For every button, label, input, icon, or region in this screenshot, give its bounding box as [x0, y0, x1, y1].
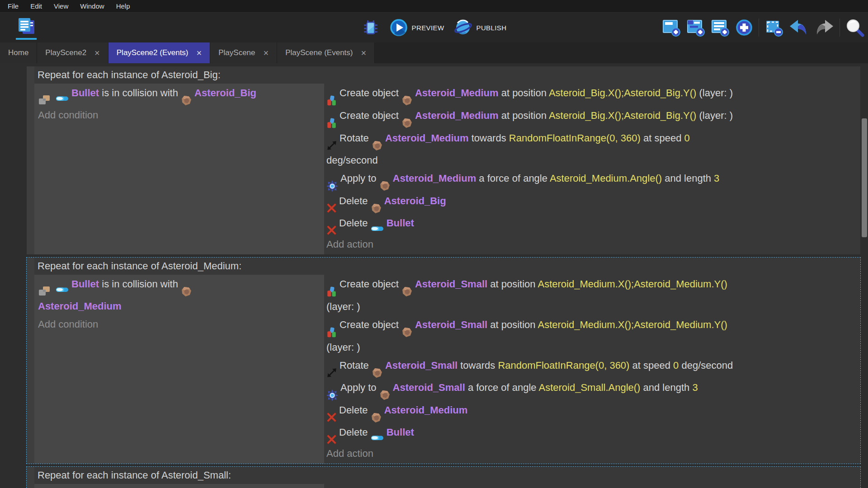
action-row[interactable]: Create object Asteroid_Medium at positio… — [326, 84, 859, 107]
menu-bar: FileEditViewWindowHelp — [0, 0, 868, 12]
event-drag-handle[interactable] — [27, 258, 34, 464]
publish-icon — [454, 19, 472, 37]
add-subevent-icon[interactable] — [686, 19, 705, 37]
expression-text: 3 — [692, 382, 698, 393]
actions-column: Create object Asteroid_Medium at positio… — [324, 84, 860, 254]
action-row[interactable]: Apply to Asteroid_Small a force of angle… — [326, 379, 859, 401]
redo-icon[interactable] — [814, 19, 834, 36]
scrollbar-thumb[interactable] — [862, 118, 867, 237]
action-row[interactable]: Delete Bullet — [326, 423, 859, 445]
event-drag-handle[interactable] — [27, 66, 34, 254]
action-row[interactable]: Create object Asteroid_Medium at positio… — [326, 107, 859, 129]
event-block-1[interactable]: Repeat for each instance of Asteroid_Med… — [26, 257, 861, 464]
action-row[interactable]: Create object Asteroid_Small at position… — [326, 316, 859, 357]
menu-item-file[interactable]: File — [2, 0, 24, 12]
conditions-column: Bullet is in collision with Asteroid_Med… — [34, 275, 324, 464]
remove-selection-icon[interactable] — [764, 19, 783, 37]
conditions-column: Bullet is in collision with Asteroid_Sma… — [34, 484, 324, 488]
search-icon[interactable] — [845, 18, 864, 37]
tab-playscene2[interactable]: PlayScene2× — [37, 42, 108, 63]
rotate-icon — [326, 140, 337, 151]
sentence-text: Create object — [340, 87, 401, 99]
action-row[interactable]: Apply to Asteroid_Medium a force of angl… — [326, 169, 859, 192]
add-action-button[interactable]: Add action — [326, 445, 859, 463]
toolbar-right — [662, 13, 864, 42]
add-condition-button[interactable]: Add condition — [38, 315, 321, 333]
force-icon — [326, 389, 338, 401]
tab-close-icon[interactable]: × — [94, 48, 100, 57]
publish-button[interactable]: PUBLISH — [454, 19, 506, 37]
tab-playscene[interactable]: PlayScene× — [210, 42, 277, 63]
undo-icon[interactable] — [789, 19, 809, 36]
sentence-text: Delete — [339, 404, 371, 416]
tab-home[interactable]: Home — [0, 42, 37, 63]
create-icon — [326, 327, 337, 338]
menu-item-help[interactable]: Help — [110, 0, 136, 12]
delete-icon — [326, 434, 337, 445]
tab-playscene2-events[interactable]: PlayScene2 (Events)× — [108, 42, 210, 63]
object-name: Asteroid_Big — [194, 87, 256, 99]
event-content: Repeat for each instance of Asteroid_Med… — [34, 258, 860, 464]
tab-label: PlayScene2 — [45, 48, 86, 57]
menu-item-edit[interactable]: Edit — [24, 0, 48, 12]
event-header[interactable]: Repeat for each instance of Asteroid_Med… — [34, 258, 860, 275]
preview-button[interactable]: PREVIEW — [390, 19, 444, 37]
delete-icon — [326, 412, 337, 422]
object-name: Asteroid_Small — [415, 278, 487, 290]
sentence-text: Rotate — [340, 360, 372, 371]
object-name: Bullet — [387, 217, 414, 229]
event-block-2[interactable]: Repeat for each instance of Asteroid_Sma… — [26, 466, 861, 488]
event-header[interactable]: Repeat for each instance of Asteroid_Big… — [34, 66, 860, 84]
sentence-text: is in collision with — [99, 278, 181, 290]
action-row[interactable]: Delete Asteroid_Medium — [326, 401, 859, 423]
action-row[interactable]: Delete Bullet — [326, 214, 859, 235]
sentence-text: at position — [499, 110, 549, 121]
create-icon — [326, 95, 337, 107]
tab-close-icon[interactable]: × — [197, 48, 202, 57]
event-body: Bullet is in collision with Asteroid_Big… — [34, 84, 860, 254]
menu-item-window[interactable]: Window — [74, 0, 110, 12]
asteroid-icon — [401, 117, 413, 129]
tab-close-icon[interactable]: × — [361, 48, 366, 57]
tab-label: PlayScene2 (Events) — [117, 48, 189, 57]
add-action-button[interactable]: Add action — [326, 235, 859, 253]
action-row[interactable]: Create object Asteroid_Small at position… — [326, 275, 859, 316]
expression-text: 0 — [673, 360, 679, 371]
action-row[interactable]: Rotate Asteroid_Medium towards RandomFlo… — [326, 129, 859, 169]
asteroid-icon — [379, 389, 391, 401]
conditions-column: Bullet is in collision with Asteroid_Big… — [34, 84, 324, 254]
add-event-choose-icon[interactable] — [735, 19, 753, 37]
tab-playscene-events[interactable]: PlayScene (Events)× — [277, 42, 375, 63]
condition-row[interactable]: Bullet is in collision with Asteroid_Med… — [38, 275, 321, 315]
action-row[interactable]: Rotate Asteroid_Small towards RandomFloa… — [326, 357, 859, 379]
toolbar-separator — [840, 19, 840, 37]
asteroid-icon — [181, 286, 192, 297]
sentence-text: Apply to — [340, 173, 379, 184]
event-block-0[interactable]: Repeat for each instance of Asteroid_Big… — [26, 66, 861, 255]
action-row[interactable]: Delete Asteroid_Small — [326, 484, 859, 488]
event-header[interactable]: Repeat for each instance of Asteroid_Sma… — [34, 467, 860, 484]
sentence-text: and length — [640, 382, 692, 393]
event-sheet: Repeat for each instance of Asteroid_Big… — [0, 63, 868, 488]
tab-close-icon[interactable]: × — [264, 48, 269, 57]
sentence-text: Apply to — [340, 382, 379, 393]
object-name: Asteroid_Medium — [38, 300, 122, 312]
object-name: Asteroid_Big — [384, 195, 446, 206]
add-comment-icon[interactable] — [711, 19, 730, 37]
create-icon — [326, 117, 337, 129]
object-name: Asteroid_Medium — [385, 132, 469, 144]
expression-text: 0 — [684, 132, 690, 144]
expression-text: Asteroid_Big.X();Asteroid_Big.Y() — [549, 110, 696, 121]
debug-icon[interactable] — [362, 19, 380, 37]
action-row[interactable]: Delete Asteroid_Big — [326, 192, 859, 214]
condition-row[interactable]: Bullet is in collision with Asteroid_Big — [38, 84, 321, 106]
bullet-icon — [371, 225, 384, 232]
condition-row[interactable]: Bullet is in collision with Asteroid_Sma… — [38, 484, 321, 488]
add-event-icon[interactable] — [662, 19, 681, 37]
asteroid-icon — [372, 367, 383, 379]
add-condition-button[interactable]: Add condition — [38, 106, 321, 124]
expression-text: Asteroid_Medium.Angle() — [550, 173, 662, 184]
menu-item-view[interactable]: View — [48, 0, 74, 12]
expression-text: Asteroid_Big.X();Asteroid_Big.Y() — [549, 87, 696, 99]
event-drag-handle[interactable] — [27, 467, 34, 488]
